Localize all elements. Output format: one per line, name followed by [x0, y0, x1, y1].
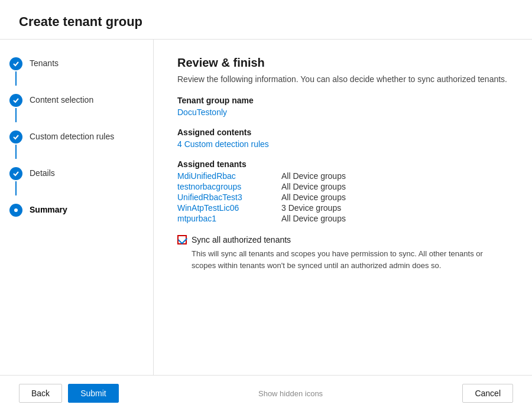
back-button[interactable]: Back: [19, 384, 62, 403]
sidebar-label-summary: Summary: [30, 204, 67, 214]
step-circle-details: [9, 167, 22, 180]
assigned-tenants-section: Assigned tenants MdiUnifiedRbacAll Devic…: [177, 159, 508, 223]
table-row: testnorbacgroupsAll Device groups: [177, 182, 508, 191]
table-row: UnifiedRbacTest3All Device groups: [177, 193, 508, 202]
tenant-group-name-link[interactable]: DocuTestonly: [177, 107, 227, 117]
sync-checkbox[interactable]: [177, 235, 187, 244]
footer-right: Cancel: [462, 384, 513, 403]
right-panel: Review & finish Review the following inf…: [154, 40, 532, 375]
sidebar-item-summary[interactable]: Summary: [9, 200, 144, 220]
sidebar-label-details: Details: [30, 167, 55, 178]
sync-checkbox-description: This will sync all tenants and scopes yo…: [192, 248, 508, 271]
tenant-name-link[interactable]: testnorbacgroups: [177, 182, 272, 191]
tenant-name-link[interactable]: MdiUnifiedRbac: [177, 171, 272, 181]
tenant-group-name-label: Tenant group name: [177, 96, 508, 105]
table-row: WinAtpTestLic063 Device groups: [177, 203, 508, 213]
step-circle-content-selection: [9, 94, 22, 107]
sidebar-label-tenants: Tenants: [30, 57, 59, 68]
tenants-table: MdiUnifiedRbacAll Device groupstestnorba…: [177, 171, 508, 223]
tenant-groups: All Device groups: [281, 214, 346, 223]
sync-checkbox-row[interactable]: Sync all authorized tenants: [177, 235, 508, 244]
assigned-contents-label: Assigned contents: [177, 128, 508, 137]
review-title: Review & finish: [177, 56, 508, 70]
review-description: Review the following information. You ca…: [177, 74, 508, 84]
sidebar-item-details[interactable]: Details: [9, 164, 144, 200]
tenant-groups: All Device groups: [281, 193, 346, 202]
show-hidden-icons[interactable]: Show hidden icons: [258, 389, 323, 398]
svg-point-0: [14, 208, 18, 212]
assigned-contents-link[interactable]: 4 Custom detection rules: [177, 139, 269, 149]
tenant-groups: 3 Device groups: [281, 203, 341, 213]
sidebar-item-tenants[interactable]: Tenants: [9, 54, 144, 90]
tenant-name-link[interactable]: mtpurbac1: [177, 214, 272, 223]
step-circle-custom-detection-rules: [9, 131, 22, 143]
sidebar-item-custom-detection-rules[interactable]: Custom detection rules: [9, 127, 144, 164]
sidebar-label-content-selection: Content selection: [30, 94, 93, 105]
sidebar-item-content-selection[interactable]: Content selection: [9, 90, 144, 127]
table-row: mtpurbac1All Device groups: [177, 214, 508, 223]
sync-checkbox-section: Sync all authorized tenants This will sy…: [177, 235, 508, 271]
submit-button[interactable]: Submit: [68, 384, 119, 403]
assigned-tenants-label: Assigned tenants: [177, 159, 508, 169]
step-circle-tenants: [9, 57, 22, 70]
tenant-groups: All Device groups: [281, 171, 346, 181]
sync-checkbox-label: Sync all authorized tenants: [192, 235, 291, 244]
tenant-group-name-section: Tenant group name DocuTestonly: [177, 96, 508, 117]
tenant-groups: All Device groups: [281, 182, 346, 191]
table-row: MdiUnifiedRbacAll Device groups: [177, 171, 508, 181]
cancel-button[interactable]: Cancel: [462, 384, 513, 403]
step-circle-summary: [9, 204, 22, 217]
tenant-name-link[interactable]: WinAtpTestLic06: [177, 203, 272, 213]
footer: Back Submit Show hidden icons Cancel: [0, 375, 532, 411]
assigned-contents-section: Assigned contents 4 Custom detection rul…: [177, 128, 508, 149]
footer-left: Back Submit: [19, 384, 119, 403]
sidebar-label-custom-detection-rules: Custom detection rules: [30, 131, 114, 141]
page-title: Create tenant group: [0, 0, 532, 40]
sidebar: Tenants Content selection: [0, 40, 154, 375]
tenant-name-link[interactable]: UnifiedRbacTest3: [177, 193, 272, 202]
